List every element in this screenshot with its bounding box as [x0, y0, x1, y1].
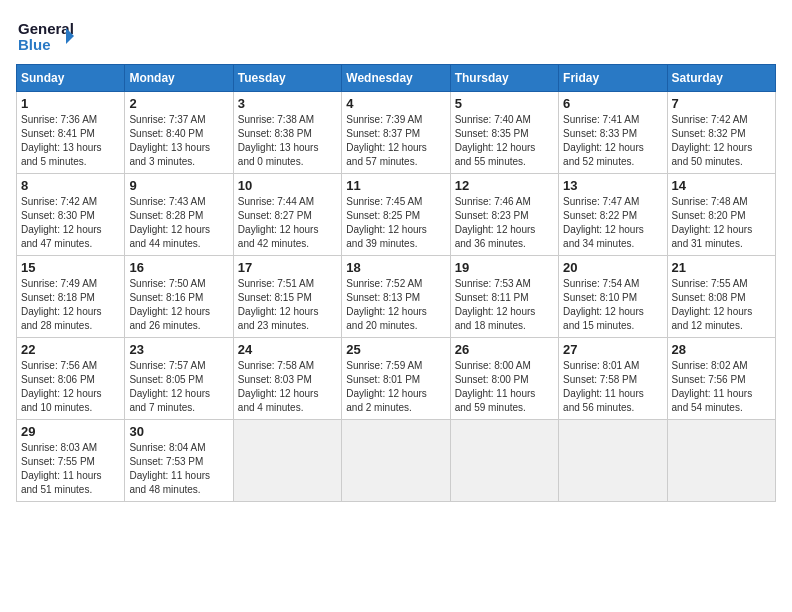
day-info: Sunrise: 7:39 AMSunset: 8:37 PMDaylight:…	[346, 113, 445, 169]
day-number: 27	[563, 342, 662, 357]
calendar-cell: 1Sunrise: 7:36 AMSunset: 8:41 PMDaylight…	[17, 92, 125, 174]
day-number: 15	[21, 260, 120, 275]
logo-svg: GeneralBlue	[16, 16, 76, 56]
day-number: 14	[672, 178, 771, 193]
svg-text:General: General	[18, 20, 74, 37]
day-info: Sunrise: 8:04 AMSunset: 7:53 PMDaylight:…	[129, 441, 228, 497]
day-number: 10	[238, 178, 337, 193]
day-info: Sunrise: 7:42 AMSunset: 8:30 PMDaylight:…	[21, 195, 120, 251]
calendar-cell	[667, 420, 775, 502]
day-info: Sunrise: 7:47 AMSunset: 8:22 PMDaylight:…	[563, 195, 662, 251]
calendar-cell: 13Sunrise: 7:47 AMSunset: 8:22 PMDayligh…	[559, 174, 667, 256]
calendar-cell: 26Sunrise: 8:00 AMSunset: 8:00 PMDayligh…	[450, 338, 558, 420]
calendar-cell: 30Sunrise: 8:04 AMSunset: 7:53 PMDayligh…	[125, 420, 233, 502]
day-info: Sunrise: 7:50 AMSunset: 8:16 PMDaylight:…	[129, 277, 228, 333]
weekday-header-monday: Monday	[125, 65, 233, 92]
calendar-cell: 28Sunrise: 8:02 AMSunset: 7:56 PMDayligh…	[667, 338, 775, 420]
page-container: GeneralBlue SundayMondayTuesdayWednesday…	[16, 16, 776, 502]
day-number: 9	[129, 178, 228, 193]
calendar-cell: 16Sunrise: 7:50 AMSunset: 8:16 PMDayligh…	[125, 256, 233, 338]
calendar-cell: 20Sunrise: 7:54 AMSunset: 8:10 PMDayligh…	[559, 256, 667, 338]
day-number: 7	[672, 96, 771, 111]
calendar-cell: 2Sunrise: 7:37 AMSunset: 8:40 PMDaylight…	[125, 92, 233, 174]
calendar-week-row: 22Sunrise: 7:56 AMSunset: 8:06 PMDayligh…	[17, 338, 776, 420]
calendar-cell: 9Sunrise: 7:43 AMSunset: 8:28 PMDaylight…	[125, 174, 233, 256]
svg-text:Blue: Blue	[18, 36, 51, 53]
calendar-cell: 21Sunrise: 7:55 AMSunset: 8:08 PMDayligh…	[667, 256, 775, 338]
calendar-cell: 11Sunrise: 7:45 AMSunset: 8:25 PMDayligh…	[342, 174, 450, 256]
logo: GeneralBlue	[16, 16, 76, 56]
calendar-cell: 23Sunrise: 7:57 AMSunset: 8:05 PMDayligh…	[125, 338, 233, 420]
calendar-cell	[342, 420, 450, 502]
day-info: Sunrise: 8:00 AMSunset: 8:00 PMDaylight:…	[455, 359, 554, 415]
calendar-cell: 17Sunrise: 7:51 AMSunset: 8:15 PMDayligh…	[233, 256, 341, 338]
day-info: Sunrise: 8:01 AMSunset: 7:58 PMDaylight:…	[563, 359, 662, 415]
day-number: 4	[346, 96, 445, 111]
calendar-cell: 25Sunrise: 7:59 AMSunset: 8:01 PMDayligh…	[342, 338, 450, 420]
day-number: 25	[346, 342, 445, 357]
day-number: 11	[346, 178, 445, 193]
day-info: Sunrise: 7:41 AMSunset: 8:33 PMDaylight:…	[563, 113, 662, 169]
calendar-cell: 18Sunrise: 7:52 AMSunset: 8:13 PMDayligh…	[342, 256, 450, 338]
day-number: 23	[129, 342, 228, 357]
calendar-cell: 5Sunrise: 7:40 AMSunset: 8:35 PMDaylight…	[450, 92, 558, 174]
weekday-header-saturday: Saturday	[667, 65, 775, 92]
calendar-week-row: 8Sunrise: 7:42 AMSunset: 8:30 PMDaylight…	[17, 174, 776, 256]
day-number: 22	[21, 342, 120, 357]
calendar-cell: 14Sunrise: 7:48 AMSunset: 8:20 PMDayligh…	[667, 174, 775, 256]
day-number: 5	[455, 96, 554, 111]
day-info: Sunrise: 7:40 AMSunset: 8:35 PMDaylight:…	[455, 113, 554, 169]
calendar-table: SundayMondayTuesdayWednesdayThursdayFrid…	[16, 64, 776, 502]
day-info: Sunrise: 7:44 AMSunset: 8:27 PMDaylight:…	[238, 195, 337, 251]
day-number: 21	[672, 260, 771, 275]
calendar-week-row: 15Sunrise: 7:49 AMSunset: 8:18 PMDayligh…	[17, 256, 776, 338]
calendar-cell: 7Sunrise: 7:42 AMSunset: 8:32 PMDaylight…	[667, 92, 775, 174]
weekday-header-wednesday: Wednesday	[342, 65, 450, 92]
day-info: Sunrise: 7:59 AMSunset: 8:01 PMDaylight:…	[346, 359, 445, 415]
day-info: Sunrise: 7:54 AMSunset: 8:10 PMDaylight:…	[563, 277, 662, 333]
day-number: 1	[21, 96, 120, 111]
weekday-header-row: SundayMondayTuesdayWednesdayThursdayFrid…	[17, 65, 776, 92]
day-info: Sunrise: 7:51 AMSunset: 8:15 PMDaylight:…	[238, 277, 337, 333]
day-info: Sunrise: 7:53 AMSunset: 8:11 PMDaylight:…	[455, 277, 554, 333]
day-info: Sunrise: 7:48 AMSunset: 8:20 PMDaylight:…	[672, 195, 771, 251]
day-number: 29	[21, 424, 120, 439]
calendar-cell: 19Sunrise: 7:53 AMSunset: 8:11 PMDayligh…	[450, 256, 558, 338]
day-number: 26	[455, 342, 554, 357]
day-info: Sunrise: 7:57 AMSunset: 8:05 PMDaylight:…	[129, 359, 228, 415]
day-number: 20	[563, 260, 662, 275]
day-number: 28	[672, 342, 771, 357]
day-number: 30	[129, 424, 228, 439]
calendar-cell: 4Sunrise: 7:39 AMSunset: 8:37 PMDaylight…	[342, 92, 450, 174]
calendar-cell	[450, 420, 558, 502]
day-info: Sunrise: 7:46 AMSunset: 8:23 PMDaylight:…	[455, 195, 554, 251]
day-number: 8	[21, 178, 120, 193]
day-number: 18	[346, 260, 445, 275]
day-number: 2	[129, 96, 228, 111]
day-info: Sunrise: 7:43 AMSunset: 8:28 PMDaylight:…	[129, 195, 228, 251]
calendar-cell: 12Sunrise: 7:46 AMSunset: 8:23 PMDayligh…	[450, 174, 558, 256]
day-info: Sunrise: 7:38 AMSunset: 8:38 PMDaylight:…	[238, 113, 337, 169]
weekday-header-tuesday: Tuesday	[233, 65, 341, 92]
calendar-cell: 6Sunrise: 7:41 AMSunset: 8:33 PMDaylight…	[559, 92, 667, 174]
calendar-cell: 10Sunrise: 7:44 AMSunset: 8:27 PMDayligh…	[233, 174, 341, 256]
calendar-cell: 15Sunrise: 7:49 AMSunset: 8:18 PMDayligh…	[17, 256, 125, 338]
day-number: 16	[129, 260, 228, 275]
calendar-week-row: 1Sunrise: 7:36 AMSunset: 8:41 PMDaylight…	[17, 92, 776, 174]
day-info: Sunrise: 7:55 AMSunset: 8:08 PMDaylight:…	[672, 277, 771, 333]
day-number: 12	[455, 178, 554, 193]
calendar-cell: 24Sunrise: 7:58 AMSunset: 8:03 PMDayligh…	[233, 338, 341, 420]
day-info: Sunrise: 8:03 AMSunset: 7:55 PMDaylight:…	[21, 441, 120, 497]
day-info: Sunrise: 7:49 AMSunset: 8:18 PMDaylight:…	[21, 277, 120, 333]
day-info: Sunrise: 7:36 AMSunset: 8:41 PMDaylight:…	[21, 113, 120, 169]
day-number: 3	[238, 96, 337, 111]
day-info: Sunrise: 7:52 AMSunset: 8:13 PMDaylight:…	[346, 277, 445, 333]
day-number: 19	[455, 260, 554, 275]
day-number: 24	[238, 342, 337, 357]
calendar-cell: 22Sunrise: 7:56 AMSunset: 8:06 PMDayligh…	[17, 338, 125, 420]
day-info: Sunrise: 7:37 AMSunset: 8:40 PMDaylight:…	[129, 113, 228, 169]
weekday-header-friday: Friday	[559, 65, 667, 92]
day-info: Sunrise: 7:45 AMSunset: 8:25 PMDaylight:…	[346, 195, 445, 251]
day-info: Sunrise: 7:42 AMSunset: 8:32 PMDaylight:…	[672, 113, 771, 169]
weekday-header-sunday: Sunday	[17, 65, 125, 92]
